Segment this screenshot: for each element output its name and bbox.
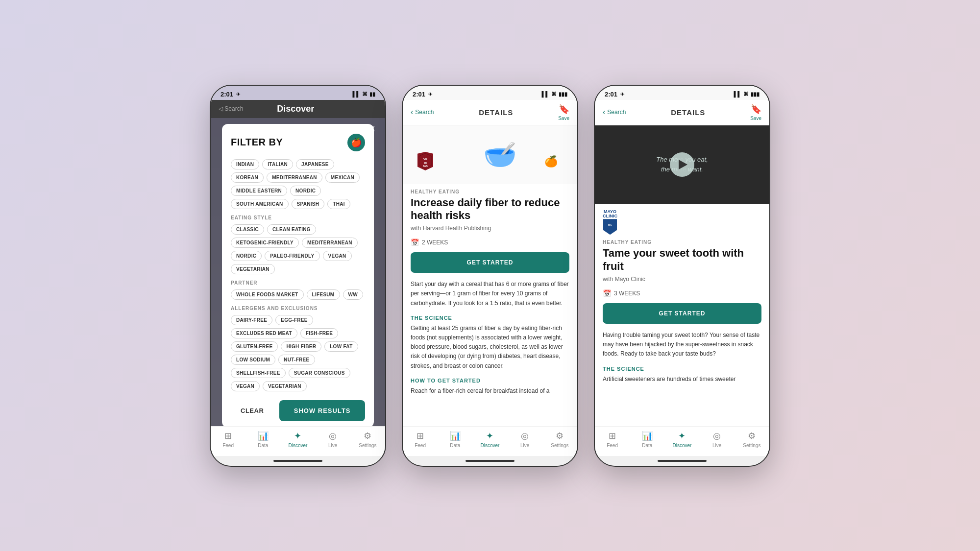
filter-apple-icon: 🍎: [347, 134, 365, 151]
bookmark-icon-2: 🔖: [559, 104, 569, 115]
tag-spanish[interactable]: SPANISH: [292, 199, 325, 209]
article-intro-2: Start your day with a cereal that has 6 …: [403, 280, 577, 308]
article-category-2: HEALTHY EATING: [403, 184, 577, 196]
tag-high-fiber[interactable]: HIGH FIBER: [281, 341, 321, 352]
nav-feed-3[interactable]: ⊞ Feed: [600, 431, 625, 448]
dark-overlay: × FILTER BY 🍎 INDIAN ITALIAN JAPANESE KO…: [211, 118, 385, 426]
tag-nordic-2[interactable]: NORDIC: [231, 251, 262, 261]
allergens-label: ALLERGENS AND EXCLUSIONS: [231, 306, 365, 311]
settings-icon-1: ⚙: [364, 431, 371, 441]
tag-excludes-red-meat[interactable]: EXCLUDES RED MEAT: [231, 328, 297, 338]
show-results-button[interactable]: SHOW RESULTS: [279, 400, 365, 421]
article-headline-3: Tame your sweet tooth with fruit: [595, 247, 769, 276]
save-button-3[interactable]: 🔖 Save: [750, 104, 761, 121]
bottom-nav-1: ⊞ Feed 📊 Data ✦ Discover ◎ Live ⚙ Settin…: [211, 426, 385, 456]
nav-live-1[interactable]: ◎ Live: [320, 431, 345, 448]
close-button[interactable]: ×: [368, 122, 375, 136]
nav-data-3[interactable]: 📊 Data: [635, 431, 660, 448]
data-icon-2: 📊: [450, 431, 461, 441]
back-button-3[interactable]: ‹ Search: [603, 108, 626, 117]
how-body-2: Reach for a fiber-rich cereal for breakf…: [411, 386, 569, 396]
nav-settings-3[interactable]: ⚙ Settings: [739, 431, 764, 448]
phone-filter: 2:01 ✈ ▌▌ ⌘ ▮▮ ◁ Search Discover ×: [210, 85, 386, 467]
status-bar-2: 2:01 ✈ ▌▌ ⌘ ▮▮▮: [403, 86, 577, 100]
tag-mediterranean-2[interactable]: MEDITERRANEAN: [302, 238, 358, 248]
tag-gluten-free[interactable]: GLUTEN-FREE: [231, 341, 278, 352]
tag-nut-free[interactable]: NUT-FREE: [278, 355, 315, 365]
nav-feed-2[interactable]: ⊞ Feed: [408, 431, 433, 448]
discover-icon-3: ✦: [678, 431, 686, 441]
tag-vegetarian-2[interactable]: VEGETARIAN: [263, 381, 307, 391]
clear-button[interactable]: CLEAR: [231, 401, 273, 420]
nav-live-3[interactable]: ◎ Live: [705, 431, 729, 448]
tag-japanese[interactable]: JAPANESE: [296, 159, 334, 169]
home-indicator-3: [595, 456, 769, 466]
tag-mediterranean-1[interactable]: MEDITERRANEAN: [267, 172, 322, 183]
nav-data-1[interactable]: 📊 Data: [251, 431, 275, 448]
home-bar-1: [273, 460, 322, 462]
tag-vegan-1[interactable]: VEGAN: [323, 251, 352, 261]
tag-vegetarian-1[interactable]: VEGETARIAN: [231, 264, 275, 274]
status-icons-3: ▌▌ ⌘ ▮▮▮: [734, 91, 760, 97]
overlay-wrapper: × FILTER BY 🍎 INDIAN ITALIAN JAPANESE KO…: [211, 118, 385, 426]
tag-keto[interactable]: KETOGENIC-FRIENDLY: [231, 238, 299, 248]
article-content-3: The more you eat,the more want. MAYOCLIN…: [595, 125, 769, 426]
status-icons-2: ▌▌ ⌘ ▮▮▮: [541, 91, 567, 97]
science-section-2: THE SCIENCE Getting at least 25 grams of…: [403, 315, 577, 396]
nav-discover-2[interactable]: ✦ Discover: [478, 431, 502, 448]
save-label-3: Save: [750, 116, 761, 121]
tag-nordic-1[interactable]: NORDIC: [290, 186, 321, 196]
status-bar-1: 2:01 ✈ ▌▌ ⌘ ▮▮: [211, 86, 385, 100]
tag-fish-free[interactable]: FISH-FREE: [300, 328, 338, 338]
tag-middle-eastern[interactable]: MIDDLE EASTERN: [231, 186, 287, 196]
wifi-icon-2: ⌘: [551, 91, 557, 97]
svg-text:MC: MC: [608, 223, 612, 226]
tag-thai[interactable]: THAI: [327, 199, 350, 209]
tag-lifesum[interactable]: LIFESUM: [307, 289, 340, 300]
science-body-2: Getting at least 25 grams of fiber a day…: [411, 324, 569, 371]
nav-feed-1[interactable]: ⊞ Feed: [216, 431, 241, 448]
tag-egg-free[interactable]: EGG-FREE: [275, 315, 313, 325]
save-button-2[interactable]: 🔖 Save: [558, 104, 569, 121]
tag-south-american[interactable]: SOUTH AMERICAN: [231, 199, 289, 209]
wifi-icon-1: ⌘: [362, 91, 368, 97]
back-button-2[interactable]: ‹ Search: [411, 108, 434, 117]
nav-settings-1[interactable]: ⚙ Settings: [355, 431, 380, 448]
tag-paleo[interactable]: PALEO-FRIENDLY: [265, 251, 319, 261]
discover-bar: ◁ Search Discover: [211, 100, 385, 118]
discover-icon-2: ✦: [486, 431, 493, 441]
tag-ww[interactable]: WW: [343, 289, 363, 300]
tag-vegan-2[interactable]: VEGAN: [231, 381, 260, 391]
tag-dairy-free[interactable]: DAIRY-FREE: [231, 315, 272, 325]
back-arrow-1[interactable]: ◁ Search: [219, 105, 243, 112]
eating-style-label: EATING STYLE: [231, 215, 365, 220]
tag-mexican[interactable]: MEXICAN: [325, 172, 360, 183]
location-icon-2: ✈: [428, 92, 432, 97]
tag-sugar-conscious[interactable]: SUGAR CONSCIOUS: [289, 368, 350, 378]
bottom-nav-3: ⊞ Feed 📊 Data ✦ Discover ◎ Live ⚙ Settin…: [595, 426, 769, 456]
settings-icon-2: ⚙: [556, 431, 564, 441]
get-started-button-2[interactable]: GET STARTED: [411, 252, 569, 273]
nav-data-2[interactable]: 📊 Data: [443, 431, 467, 448]
tag-whole-foods[interactable]: WHOLE FOODS MARKET: [231, 289, 304, 300]
nav-discover-1[interactable]: ✦ Discover: [286, 431, 310, 448]
location-icon-3: ✈: [620, 92, 624, 97]
settings-icon-3: ⚙: [748, 431, 756, 441]
tag-classic[interactable]: CLASSIC: [231, 224, 264, 235]
feed-icon-3: ⊞: [609, 431, 616, 441]
tag-low-sodium[interactable]: LOW SODIUM: [231, 355, 275, 365]
nav-discover-3[interactable]: ✦ Discover: [670, 431, 694, 448]
nav-settings-2[interactable]: ⚙ Settings: [547, 431, 572, 448]
video-container-3[interactable]: The more you eat,the more want.: [595, 125, 769, 204]
tag-clean-eating[interactable]: CLEAN EATING: [267, 224, 316, 235]
tag-shellfish-free[interactable]: SHELLFISH-FREE: [231, 368, 286, 378]
nav-live-2[interactable]: ◎ Live: [513, 431, 537, 448]
tag-italian[interactable]: ITALIAN: [262, 159, 293, 169]
get-started-button-3[interactable]: GET STARTED: [603, 303, 761, 324]
tag-korean[interactable]: KOREAN: [231, 172, 264, 183]
tag-indian[interactable]: INDIAN: [231, 159, 259, 169]
discover-title: Discover: [277, 104, 314, 114]
weeks-badge-2: 📅 2 WEEKS: [403, 237, 577, 252]
play-button-3[interactable]: [670, 152, 694, 177]
tag-low-fat[interactable]: LOW FAT: [324, 341, 358, 352]
